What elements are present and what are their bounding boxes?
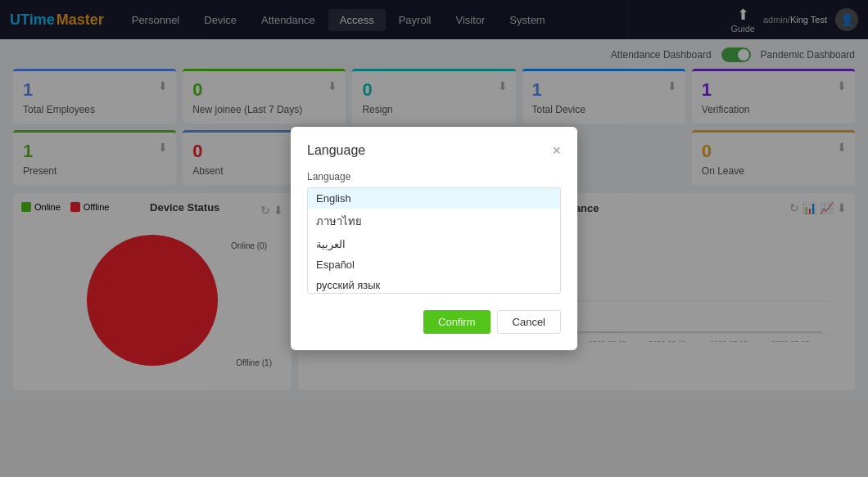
lang-item-thai[interactable]: ภาษาไทย — [308, 209, 560, 234]
modal-title: Language — [307, 143, 365, 158]
lang-item-russian[interactable]: русский язык — [308, 275, 560, 294]
modal-header: Language × — [307, 143, 561, 158]
language-list[interactable]: English ภาษาไทย العربية Español русский … — [307, 187, 561, 294]
confirm-button[interactable]: Confirm — [423, 310, 491, 334]
lang-item-espanol[interactable]: Español — [308, 254, 560, 275]
modal-footer: Confirm Cancel — [307, 310, 561, 334]
modal-body: Language English ภาษาไทย العربية Español… — [307, 171, 561, 294]
lang-item-english[interactable]: English — [308, 188, 560, 209]
lang-item-arabic[interactable]: العربية — [308, 234, 560, 254]
language-modal: Language × Language English ภาษาไทย العر… — [291, 127, 577, 350]
language-field-label: Language — [307, 171, 561, 182]
modal-close-button[interactable]: × — [552, 143, 561, 158]
modal-overlay[interactable]: Language × Language English ภาษาไทย العر… — [0, 0, 868, 477]
cancel-button[interactable]: Cancel — [497, 310, 561, 334]
